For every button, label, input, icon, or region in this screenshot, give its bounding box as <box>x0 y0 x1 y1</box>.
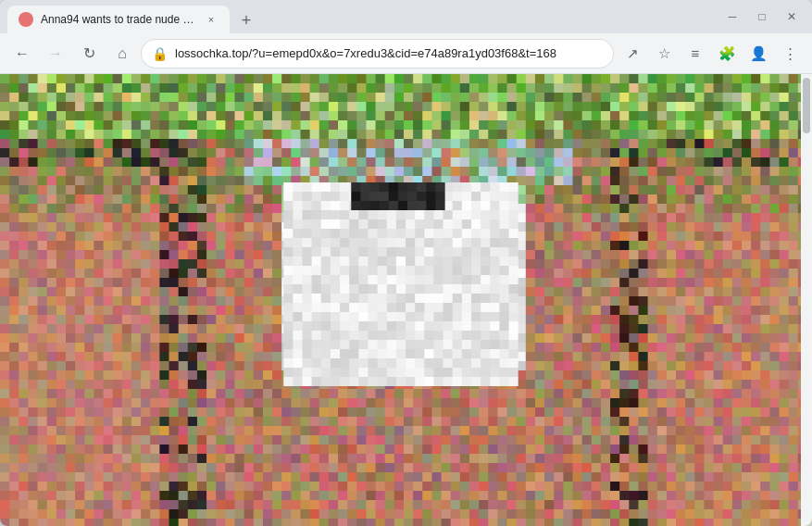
bookmark-button[interactable]: ☆ <box>649 39 679 69</box>
new-tab-button[interactable]: + <box>233 7 259 33</box>
scrollbar-thumb[interactable] <box>803 78 810 133</box>
url-text: lossochka.top/?u=emepd0x&o=7xredu3&cid=e… <box>175 46 603 60</box>
share-button[interactable]: ↗ <box>618 39 647 69</box>
minimize-button[interactable]: ─ <box>719 4 745 30</box>
menu-button[interactable]: ⋮ <box>775 39 805 69</box>
address-bar[interactable]: 🔒 lossochka.top/?u=emepd0x&o=7xredu3&cid… <box>141 39 614 69</box>
toolbar-actions: ↗ ☆ ≡ 🧩 👤 ⋮ <box>618 39 805 69</box>
profile-button[interactable]: 👤 <box>743 39 773 69</box>
tab-strip: Anna94 wants to trade nude pic… × + <box>7 0 719 33</box>
close-button[interactable]: ✕ <box>779 4 805 30</box>
chrome-window: Anna94 wants to trade nude pic… × + ─ □ … <box>0 0 812 526</box>
content-area <box>0 74 812 526</box>
tab-close-button[interactable]: × <box>204 12 219 27</box>
scrollbar[interactable] <box>801 74 812 526</box>
home-button[interactable]: ⌂ <box>107 39 137 69</box>
forward-button[interactable]: → <box>41 39 70 69</box>
lock-icon: 🔒 <box>152 46 168 61</box>
title-bar: Anna94 wants to trade nude pic… × + ─ □ … <box>0 0 812 33</box>
tab-favicon <box>19 12 33 27</box>
tab-title: Anna94 wants to trade nude pic… <box>41 13 196 26</box>
toolbar: ← → ↻ ⌂ 🔒 lossochka.top/?u=emepd0x&o=7xr… <box>0 33 812 74</box>
page-content <box>0 74 812 526</box>
reload-button[interactable]: ↻ <box>74 39 104 69</box>
maximize-button[interactable]: □ <box>749 4 775 30</box>
reading-mode-button[interactable]: ≡ <box>681 39 710 69</box>
window-controls: ─ □ ✕ <box>719 4 805 30</box>
extensions-button[interactable]: 🧩 <box>712 39 742 69</box>
active-tab[interactable]: Anna94 wants to trade nude pic… × <box>7 6 230 33</box>
back-button[interactable]: ← <box>7 39 37 69</box>
